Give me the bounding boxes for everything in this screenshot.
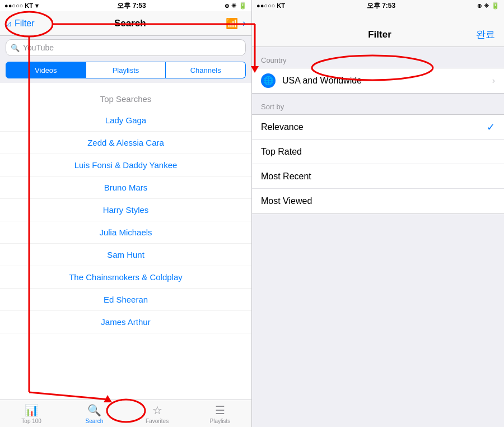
search-list-item[interactable]: Sam Hunt [0, 244, 251, 266]
segment-videos[interactable]: Videos [6, 62, 86, 78]
search-tab-icon: 🔍 [87, 403, 101, 417]
left-battery-icon: 🔋 [239, 2, 247, 10]
filter-icon: ⊿ [6, 19, 12, 28]
segment-channels[interactable]: Channels [166, 62, 246, 78]
sort-option-left: Top Rated [261, 147, 302, 157]
right-status-bar: ●●○○○ KT 오후 7:53 ⊕ ✳ 🔋 [252, 0, 504, 11]
favorites-label: Favorites [146, 418, 169, 424]
right-panel: ●●○○○ KT 오후 7:53 ⊕ ✳ 🔋 Filter 완료 Country… [252, 0, 504, 427]
left-status-right: ⊕ ✳ 🔋 [225, 2, 247, 10]
top100-label: Top 100 [21, 418, 41, 424]
left-time: 오후 7:53 [117, 1, 146, 11]
bar-chart-icon: 📶 [226, 17, 238, 30]
search-bar-container: 🔍 YouTube [0, 36, 251, 59]
left-carrier: ●●○○○ KT [4, 2, 33, 9]
sort-option-label: Top Rated [261, 147, 302, 157]
left-status-left: ●●○○○ KT ▾ [4, 2, 39, 10]
tab-playlists[interactable]: ☰ Playlists [189, 403, 251, 424]
right-carrier: ●●○○○ KT [256, 2, 285, 9]
filter-content: Country 🌐 USA and Worldwide › Sort by Re… [252, 47, 504, 427]
tab-favorites[interactable]: ☆ Favorites [126, 403, 189, 424]
country-list-group: 🌐 USA and Worldwide › [252, 68, 504, 94]
top-searches-title: Top Searches [0, 83, 251, 109]
search-list-item[interactable]: Julia Michaels [0, 221, 251, 244]
right-nav-bar: Filter 완료 [252, 11, 504, 47]
playlists-label: Playlists [210, 418, 231, 424]
search-items-list: Lady GagaZedd & Alessia CaraLuis Fonsi &… [0, 109, 251, 333]
segment-playlists[interactable]: Playlists [86, 62, 166, 78]
right-time: 오후 7:53 [367, 1, 395, 11]
country-section-label: Country [252, 47, 504, 68]
tab-top100[interactable]: 📊 Top 100 [0, 403, 63, 424]
sort-option-row[interactable]: Relevance ✓ [252, 115, 504, 140]
sort-option-label: Most Recent [261, 171, 311, 182]
sort-option-left: Most Recent [261, 171, 311, 182]
favorites-icon: ☆ [152, 403, 162, 417]
search-list-item[interactable]: The Chainsmokers & Coldplay [0, 266, 251, 289]
nav-arrow-icon[interactable]: › [242, 17, 246, 29]
top100-icon: 📊 [25, 403, 39, 417]
country-row[interactable]: 🌐 USA and Worldwide › [252, 68, 504, 93]
sort-option-label: Most Viewed [261, 196, 312, 206]
search-list-item[interactable]: James Arthur [0, 311, 251, 333]
tab-bar: 📊 Top 100 🔍 Search ☆ Favorites ☰ Playlis… [0, 400, 251, 427]
filter-button[interactable]: ⊿ Filter [6, 18, 35, 29]
sort-option-row[interactable]: Most Recent [252, 164, 504, 189]
right-nav-title: Filter [368, 29, 391, 40]
filter-label: Filter [15, 18, 35, 29]
search-list-item[interactable]: Luis Fonsi & Daddy Yankee [0, 154, 251, 177]
search-tab-label: Search [86, 418, 104, 424]
search-list-item[interactable]: Bruno Mars [0, 177, 251, 199]
sort-option-row[interactable]: Most Viewed [252, 189, 504, 214]
sort-option-left: Most Viewed [261, 196, 312, 206]
search-icon: 🔍 [11, 44, 20, 52]
globe-icon: 🌐 [261, 73, 276, 88]
checkmark-icon: ✓ [487, 121, 495, 133]
left-panel: ●●○○○ KT ▾ 오후 7:53 ⊕ ✳ 🔋 ⊿ Filter Search… [0, 0, 252, 427]
left-nav-bar: ⊿ Filter Search 📶 › [0, 11, 251, 36]
search-list-item[interactable]: Lady Gaga [0, 109, 251, 132]
search-bar[interactable]: 🔍 YouTube [6, 39, 246, 56]
search-content-area: Top Searches Lady GagaZedd & Alessia Car… [0, 83, 251, 400]
left-nav-title: Search [114, 18, 146, 29]
right-location-icon: ⊕ [477, 3, 482, 9]
left-status-bar: ●●○○○ KT ▾ 오후 7:53 ⊕ ✳ 🔋 [0, 0, 251, 11]
right-battery-icon: 🔋 [491, 2, 500, 10]
left-wifi-icon: ▾ [35, 2, 39, 10]
sort-list-group: Relevance ✓ Top Rated Most Recent Most V… [252, 114, 504, 214]
search-list-item[interactable]: Zedd & Alessia Cara [0, 132, 251, 154]
right-status-right: ⊕ ✳ 🔋 [477, 2, 500, 10]
country-value: USA and Worldwide [282, 76, 362, 86]
country-chevron: › [492, 76, 495, 86]
search-list-item[interactable]: Harry Styles [0, 199, 251, 221]
country-row-left: 🌐 USA and Worldwide [261, 73, 362, 88]
search-list-item[interactable]: Ed Sheeran [0, 289, 251, 311]
right-status-left: ●●○○○ KT [256, 2, 285, 9]
sort-option-row[interactable]: Top Rated [252, 140, 504, 164]
right-bluetooth-icon: ✳ [484, 2, 489, 10]
search-value: YouTube [23, 43, 54, 52]
sort-option-left: Relevance [261, 122, 304, 132]
left-bluetooth-icon: ✳ [231, 2, 236, 10]
playlists-icon: ☰ [215, 403, 225, 417]
tab-search[interactable]: 🔍 Search [63, 403, 125, 424]
left-location-icon: ⊕ [225, 3, 229, 9]
nav-right-icons: 📶 › [226, 17, 246, 30]
sort-section-label: Sort by [252, 94, 504, 114]
done-button[interactable]: 완료 [476, 28, 495, 41]
segment-control: Videos Playlists Channels [0, 59, 251, 83]
sort-option-label: Relevance [261, 122, 304, 132]
